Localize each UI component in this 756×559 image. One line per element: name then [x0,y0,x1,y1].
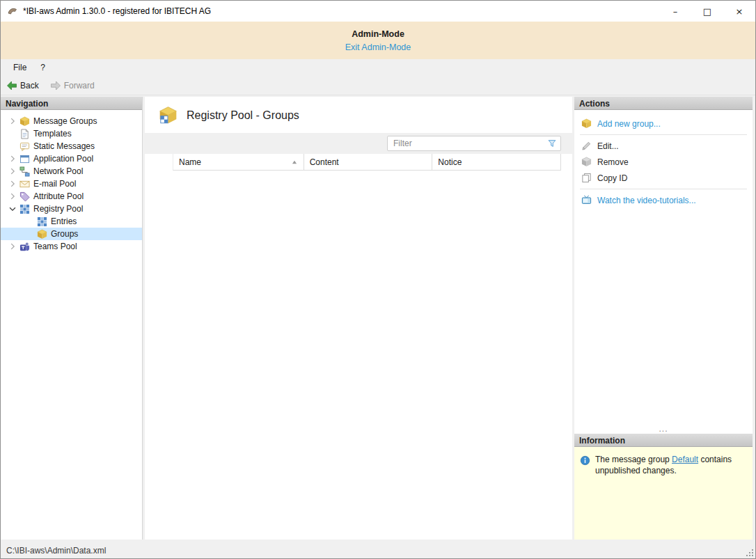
resize-grip[interactable] [745,548,755,558]
menubar: File ? [1,59,755,76]
chevron-right-icon[interactable] [8,166,17,176]
navigation-tree: Message Groups Templates Static Messages… [1,110,142,253]
app-logo-icon [7,6,18,17]
add-new-group-action[interactable]: Add new group... [574,116,753,132]
information-panel: Information The message group Default co… [574,434,753,540]
package-icon [19,116,30,127]
chevron-right-icon[interactable] [8,242,17,251]
remove-icon [581,157,592,167]
main-area: Navigation Message Groups Templates Stat… [1,95,755,542]
filter-box [387,136,561,151]
nav-item-attribute-pool[interactable]: Attribute Pool [1,190,142,203]
network-icon [19,166,30,177]
back-button[interactable]: Back [6,80,39,91]
groups-table: Name Content Notice [173,154,561,171]
edit-icon [581,141,592,151]
nav-item-email-pool[interactable]: E-mail Pool [1,178,142,190]
nav-item-groups[interactable]: Groups [1,228,142,240]
chevron-right-icon[interactable] [8,179,17,189]
page-title: Registry Pool - Groups [187,109,299,122]
registry-groups-icon [159,106,178,125]
actions-separator [580,189,747,189]
close-button[interactable]: × [723,1,755,22]
sort-ascending-icon [291,159,298,166]
statusbar: C:\IBI-aws\Admin\Data.xml [1,542,755,558]
add-group-icon [581,118,592,129]
static-message-icon [19,141,30,152]
nav-item-entries[interactable]: Entries [1,215,142,228]
minimize-button[interactable]: – [659,1,691,22]
filter-input[interactable] [393,139,547,148]
nav-item-registry-pool[interactable]: Registry Pool [1,203,142,215]
registry-grid-icon [37,216,47,227]
back-arrow-icon [6,80,17,91]
column-header-notice[interactable]: Notice [432,154,561,170]
nav-item-static-messages[interactable]: Static Messages [1,140,142,152]
column-header-name[interactable]: Name [173,154,304,170]
information-message: The message group Default contains unpub… [595,455,745,477]
nav-item-templates[interactable]: Templates [1,127,142,140]
table-header-row: Name Content Notice [173,154,561,171]
content-title-row: Registry Pool - Groups [145,97,572,133]
actions-header: Actions [574,97,753,110]
application-icon [19,154,30,164]
registry-grid-icon [19,204,30,214]
window-controls: – □ × [659,1,755,22]
chevron-spacer [8,141,17,151]
admin-mode-banner: Admin-Mode Exit Admin-Mode [1,22,755,59]
tv-icon [581,195,592,205]
package-icon [37,229,47,239]
maximize-button[interactable]: □ [691,1,723,22]
window-title: *IBI-aws Admin 1.30.0 - registered for I… [23,6,211,16]
actions-separator [580,134,747,135]
navigation-panel: Navigation Message Groups Templates Stat… [1,97,143,540]
chevron-spacer [8,129,17,139]
titlebar: *IBI-aws Admin 1.30.0 - registered for I… [1,1,755,22]
toolbar: Back Forward [1,76,755,95]
nav-item-teams-pool[interactable]: Teams Pool [1,240,142,253]
right-panel: Actions Add new group... Edit... Remove [574,97,753,540]
statusbar-path: C:\IBI-aws\Admin\Data.xml [6,546,106,556]
nav-item-message-groups[interactable]: Message Groups [1,115,142,127]
filter-funnel-icon[interactable] [547,139,557,148]
actions-overflow[interactable]: ... [574,424,753,434]
actions-list: Add new group... Edit... Remove Copy ID [574,110,753,208]
copy-icon [581,173,592,183]
teams-icon [19,242,30,252]
column-header-content[interactable]: Content [304,154,433,170]
chevron-down-icon[interactable] [8,204,17,214]
app-window: *IBI-aws Admin 1.30.0 - registered for I… [0,0,756,559]
default-group-link[interactable]: Default [672,455,698,464]
forward-arrow-icon [50,80,61,91]
tag-icon [19,191,30,202]
exit-admin-mode-link[interactable]: Exit Admin-Mode [345,42,411,52]
chevron-right-icon[interactable] [8,116,17,126]
info-icon [580,455,590,466]
forward-label: Forward [64,81,95,90]
menu-help[interactable]: ? [33,61,52,74]
actions-panel: Actions Add new group... Edit... Remove [574,97,753,434]
content-panel: Registry Pool - Groups Name Content Noti… [145,97,572,540]
edit-action[interactable]: Edit... [574,138,753,154]
menu-file[interactable]: File [6,61,33,74]
information-box: The message group Default contains unpub… [574,447,753,540]
chevron-right-icon[interactable] [8,191,17,201]
information-header: Information [574,434,753,447]
back-label: Back [20,81,39,90]
navigation-header: Navigation [1,97,142,110]
chevron-right-icon[interactable] [8,154,17,164]
mail-icon [19,179,30,189]
watch-video-tutorials-action[interactable]: Watch the video-tutorials... [574,192,753,208]
filter-strip [145,133,572,154]
admin-mode-title: Admin-Mode [352,29,404,39]
nav-item-application-pool[interactable]: Application Pool [1,152,142,165]
copy-id-action[interactable]: Copy ID [574,170,753,186]
template-icon [19,129,30,139]
remove-action[interactable]: Remove [574,154,753,170]
forward-button[interactable]: Forward [50,80,95,91]
nav-item-network-pool[interactable]: Network Pool [1,165,142,178]
